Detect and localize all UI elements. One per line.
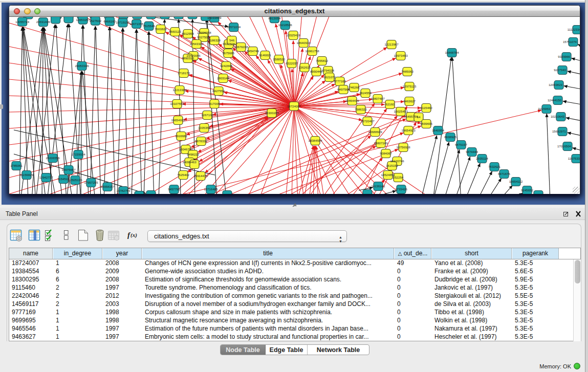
svg-text:8912954: 8912954 bbox=[182, 32, 194, 35]
svg-text:10688609: 10688609 bbox=[368, 130, 382, 134]
svg-text:11122334: 11122334 bbox=[568, 28, 580, 31]
svg-text:20691406: 20691406 bbox=[36, 20, 51, 24]
svg-text:19654933: 19654933 bbox=[171, 118, 185, 122]
svg-text:8990448: 8990448 bbox=[310, 70, 322, 73]
svg-text:8427552: 8427552 bbox=[212, 89, 225, 93]
svg-text:16033809: 16033809 bbox=[207, 17, 222, 19]
svg-text:12444150: 12444150 bbox=[548, 98, 562, 102]
svg-text:1335359: 1335359 bbox=[198, 126, 210, 129]
svg-text:17159934: 17159934 bbox=[71, 152, 85, 156]
svg-text:10756928: 10756928 bbox=[396, 145, 410, 149]
svg-text:16848784: 16848784 bbox=[445, 51, 459, 54]
svg-text:20206556: 20206556 bbox=[46, 156, 60, 160]
svg-text:10719155: 10719155 bbox=[116, 20, 130, 24]
svg-text:6322037: 6322037 bbox=[286, 61, 298, 65]
svg-text:1615152: 1615152 bbox=[386, 164, 398, 167]
svg-text:16914479: 16914479 bbox=[193, 174, 208, 178]
svg-text:9327506: 9327506 bbox=[197, 35, 209, 39]
svg-text:10543342: 10543342 bbox=[189, 42, 204, 46]
svg-text:10046785: 10046785 bbox=[179, 147, 193, 151]
svg-text:16671355: 16671355 bbox=[129, 22, 144, 26]
svg-text:19384554: 19384554 bbox=[308, 139, 322, 142]
svg-text:10958157: 10958157 bbox=[100, 185, 115, 188]
svg-text:9115460: 9115460 bbox=[420, 106, 432, 110]
svg-text:3267130: 3267130 bbox=[201, 113, 213, 117]
svg-text:7955812: 7955812 bbox=[316, 59, 328, 62]
svg-text:14099463: 14099463 bbox=[182, 160, 197, 164]
svg-text:6479197: 6479197 bbox=[455, 143, 467, 146]
svg-text:12975115: 12975115 bbox=[403, 84, 417, 88]
svg-text:13716485: 13716485 bbox=[204, 187, 218, 191]
svg-text:17016504: 17016504 bbox=[557, 144, 572, 148]
svg-text:25300203: 25300203 bbox=[265, 111, 279, 115]
svg-text:1916682: 1916682 bbox=[175, 134, 187, 138]
svg-text:6466160: 6466160 bbox=[104, 19, 116, 23]
svg-text:9890310: 9890310 bbox=[182, 56, 194, 60]
svg-text:1167533: 1167533 bbox=[568, 157, 580, 160]
svg-text:9327508: 9327508 bbox=[223, 42, 235, 46]
svg-text:12505135: 12505135 bbox=[68, 178, 82, 182]
svg-text:7663822: 7663822 bbox=[155, 27, 167, 31]
svg-text:17957255: 17957255 bbox=[84, 181, 98, 184]
svg-text:23676038: 23676038 bbox=[234, 45, 248, 49]
svg-text:16120746: 16120746 bbox=[390, 159, 404, 163]
svg-text:14136141: 14136141 bbox=[371, 184, 385, 188]
svg-text:1362615: 1362615 bbox=[298, 65, 311, 69]
svg-text:8813054: 8813054 bbox=[268, 17, 280, 20]
svg-text:11923446: 11923446 bbox=[133, 193, 146, 194]
svg-text:15495756: 15495756 bbox=[404, 115, 418, 118]
svg-text:15751074: 15751074 bbox=[563, 40, 577, 43]
svg-text:11156829: 11156829 bbox=[20, 173, 34, 177]
svg-text:5878332: 5878332 bbox=[195, 139, 207, 143]
svg-text:9463627: 9463627 bbox=[403, 99, 416, 103]
svg-text:6794028: 6794028 bbox=[322, 69, 334, 72]
svg-text:9146821: 9146821 bbox=[259, 53, 271, 57]
svg-text:7485063: 7485063 bbox=[401, 70, 413, 73]
svg-text:18807249: 18807249 bbox=[374, 141, 388, 145]
svg-text:15692971: 15692971 bbox=[552, 129, 567, 133]
svg-text:9242848: 9242848 bbox=[220, 64, 232, 68]
svg-text:14055724: 14055724 bbox=[15, 20, 30, 24]
svg-text:417006: 417006 bbox=[209, 102, 220, 105]
svg-text:10975667: 10975667 bbox=[61, 168, 76, 171]
svg-text:12942737: 12942737 bbox=[39, 176, 53, 179]
svg-text:1621072: 1621072 bbox=[323, 75, 336, 79]
svg-text:62160: 62160 bbox=[386, 102, 395, 106]
svg-text:18724007: 18724007 bbox=[287, 104, 301, 108]
svg-text:20053346: 20053346 bbox=[75, 64, 89, 68]
svg-text:10807487: 10807487 bbox=[371, 97, 385, 100]
svg-text:23226058: 23226058 bbox=[197, 31, 211, 34]
svg-text:2803144: 2803144 bbox=[217, 76, 229, 80]
svg-text:16782759: 16782759 bbox=[116, 189, 130, 192]
svg-text:1640954: 1640954 bbox=[432, 128, 444, 132]
svg-text:1733426: 1733426 bbox=[395, 187, 407, 191]
svg-text:23464436: 23464436 bbox=[345, 99, 359, 102]
svg-text:12093823: 12093823 bbox=[549, 83, 563, 86]
svg-text:546: 546 bbox=[229, 38, 235, 42]
svg-text:10210643: 10210643 bbox=[551, 115, 565, 118]
svg-text:2718170: 2718170 bbox=[178, 71, 190, 75]
svg-text:1588520: 1588520 bbox=[273, 57, 285, 61]
svg-text:10107553: 10107553 bbox=[170, 102, 184, 105]
svg-text:9084067: 9084067 bbox=[380, 151, 392, 155]
svg-text:19654923: 19654923 bbox=[401, 128, 416, 132]
svg-text:12213303: 12213303 bbox=[172, 88, 187, 92]
svg-text:10653267: 10653267 bbox=[76, 18, 90, 21]
svg-text:5498222: 5498222 bbox=[187, 152, 199, 156]
svg-text:9777169: 9777169 bbox=[334, 79, 346, 83]
svg-text:9699695: 9699695 bbox=[420, 122, 432, 125]
svg-text:1785061: 1785061 bbox=[10, 164, 23, 167]
svg-text:8938925: 8938925 bbox=[444, 135, 456, 139]
svg-text:7625402: 7625402 bbox=[177, 173, 189, 177]
svg-text:(x): (x) bbox=[130, 232, 137, 238]
svg-text:8660123: 8660123 bbox=[169, 30, 181, 33]
svg-text:8471676: 8471676 bbox=[498, 172, 510, 176]
svg-text:8186328: 8186328 bbox=[208, 38, 221, 42]
svg-text:16961758: 16961758 bbox=[305, 49, 319, 53]
svg-text:18640910: 18640910 bbox=[296, 41, 311, 45]
svg-text:13325419: 13325419 bbox=[286, 33, 300, 37]
svg-text:746266: 746266 bbox=[349, 85, 360, 89]
svg-text:10025453: 10025453 bbox=[394, 110, 408, 113]
svg-text:2935114: 2935114 bbox=[476, 157, 488, 160]
svg-text:8454749: 8454749 bbox=[247, 49, 259, 53]
